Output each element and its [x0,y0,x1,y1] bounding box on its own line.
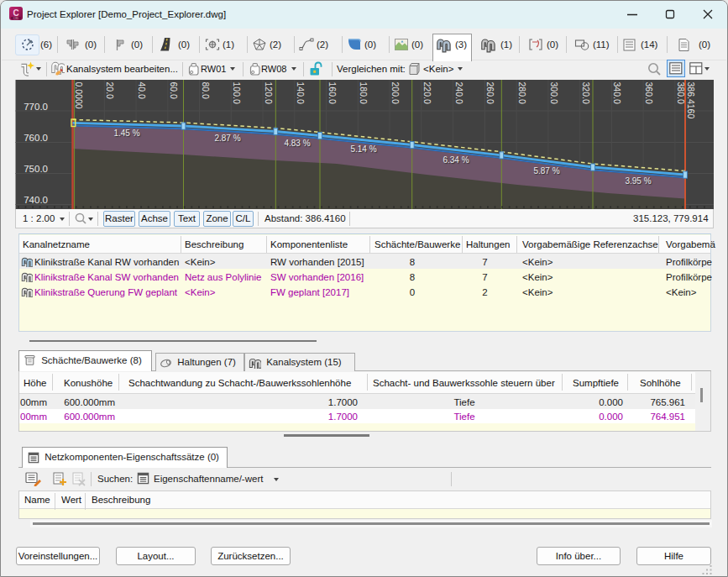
svg-text:380.0: 380.0 [676,82,686,104]
svg-text:160.0: 160.0 [327,82,338,104]
svg-text:2.87 %: 2.87 % [214,134,240,143]
svg-text:360.0: 360.0 [644,82,654,104]
svg-text:4.83 %: 4.83 % [284,139,310,148]
svg-text:200.0: 200.0 [390,82,401,104]
svg-text:5.14 %: 5.14 % [350,144,376,154]
svg-text:C3D: C3D [13,17,19,20]
svg-text:0.0000: 0.0000 [74,82,84,109]
svg-text:1.45 %: 1.45 % [113,129,139,138]
svg-text:3.95 %: 3.95 % [625,176,651,186]
svg-text:760.0: 760.0 [24,133,48,143]
svg-text:300.0: 300.0 [549,82,559,104]
svg-text:20.0: 20.0 [105,82,115,100]
svg-text:750.0: 750.0 [24,164,48,174]
svg-text:280.0: 280.0 [517,82,527,104]
svg-text:740.0: 740.0 [24,195,48,205]
svg-text:5.87 %: 5.87 % [533,166,559,176]
svg-text:40.0: 40.0 [137,82,147,100]
svg-text:120.0: 120.0 [264,82,274,104]
svg-text:180.0: 180.0 [359,82,369,104]
svg-text:220.0: 220.0 [422,82,432,104]
svg-text:140.0: 140.0 [296,82,306,104]
svg-text:240.0: 240.0 [454,82,464,104]
svg-text:340.0: 340.0 [612,82,622,104]
svg-text:100.0: 100.0 [232,82,242,104]
svg-text:386.4160: 386.4160 [686,82,696,119]
svg-text:260.0: 260.0 [485,82,495,104]
svg-text:80.0: 80.0 [201,82,211,100]
svg-text:60.0: 60.0 [169,82,179,100]
svg-text:320.0: 320.0 [581,82,591,104]
svg-text:770.0: 770.0 [24,102,48,112]
svg-text:6.34 %: 6.34 % [443,155,469,165]
